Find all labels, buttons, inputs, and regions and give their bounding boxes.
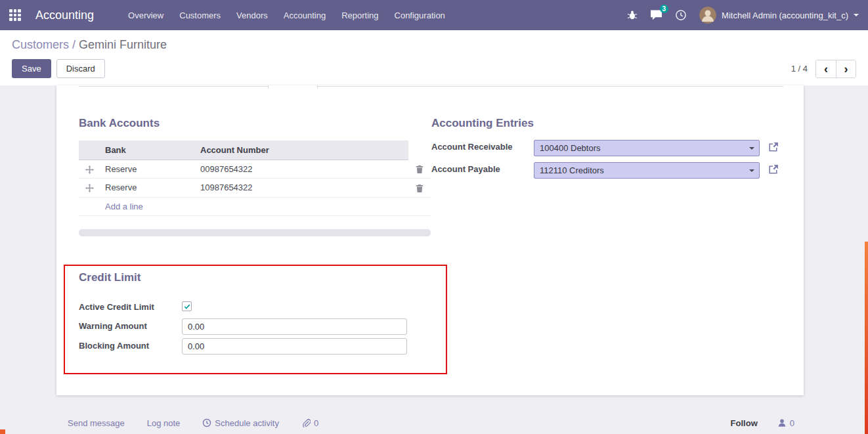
user-menu[interactable]: Mitchell Admin (accounting_kit_c) [699,7,859,24]
messages-icon[interactable]: 3 [650,9,662,21]
breadcrumb-customers-link[interactable]: Customers [12,38,69,51]
accounting-entries-title: Accounting Entries [431,117,534,130]
discard-button[interactable]: Discard [56,59,105,78]
drag-handle-icon[interactable] [85,165,94,174]
credit-limit-title: Credit Limit [79,271,141,284]
drag-handle-icon[interactable] [85,184,94,192]
breadcrumb-current: Gemini Furniture [79,38,167,51]
credit-limit-highlight-box: Credit Limit Active Credit Limit Warning… [64,265,447,374]
control-panel-actions: Save Discard 1 / 4 ‹ › [12,59,856,78]
active-credit-limit-label: Active Credit Limit [79,302,154,312]
user-avatar [699,7,716,24]
menu-item-accounting[interactable]: Accounting [276,6,334,25]
handle-column-header [79,141,100,160]
bank-accounts-title: Bank Accounts [79,117,160,130]
menu-item-configuration[interactable]: Configuration [387,6,453,25]
bank-accounts-table: Bank Account Number Reserve 00987654322 [79,141,431,216]
table-horizontal-scrollbar[interactable] [79,229,431,236]
breadcrumb-separator: / [69,38,79,51]
follow-button[interactable]: Follow [731,418,758,428]
delete-row-icon[interactable] [416,165,423,174]
table-row[interactable]: Reserve 10987654322 [79,179,431,198]
column-header-account-number: Account Number [195,141,408,160]
send-message-button[interactable]: Send message [68,418,125,428]
app-brand[interactable]: Accounting [35,9,94,22]
chevron-down-icon [749,147,754,150]
log-note-label: Log note [147,418,181,428]
table-row[interactable]: Reserve 00987654322 [79,160,431,179]
pager-text: 1 / 4 [791,64,808,74]
form-sheet: Bank Accounts Bank Account Number [56,85,804,395]
control-panel: Customers / Gemini Furniture Save Discar… [0,30,868,85]
page-scrollbar[interactable] [865,242,868,434]
account-payable-select[interactable]: 112110 Creditors [534,162,760,179]
active-credit-limit-checkbox[interactable] [182,301,192,311]
bank-cell[interactable]: Reserve [100,179,195,198]
top-navbar: Accounting Overview Customers Vendors Ac… [0,0,868,30]
chatter-right: Follow 0 [731,418,794,428]
person-icon [777,418,787,427]
account-receivable-external-link-icon[interactable] [768,142,779,154]
menu-item-customers[interactable]: Customers [171,6,228,25]
attachments-button[interactable]: 0 [301,418,318,428]
delete-row-icon[interactable] [416,184,423,193]
add-line-row: Add a line [79,197,431,215]
menu-item-reporting[interactable]: Reporting [334,6,386,25]
debug-bug-icon[interactable] [627,10,638,20]
account-receivable-select[interactable]: 100400 Debtors [534,140,760,156]
notebook-border-right [318,86,783,87]
menu-item-vendors[interactable]: Vendors [228,6,276,25]
followers-button[interactable]: 0 [777,418,794,428]
message-badge: 3 [660,5,669,13]
add-a-line-link[interactable]: Add a line [105,202,143,211]
account-receivable-value: 100400 Debtors [540,143,601,153]
send-message-label: Send message [68,418,125,428]
attachment-count: 0 [314,418,318,428]
schedule-activity-button[interactable]: Schedule activity [202,418,279,428]
notebook-border-left [79,86,268,87]
account-payable-label: Account Payable [431,164,500,174]
chevron-down-icon [854,14,859,16]
chevron-down-icon [749,169,754,172]
systray: 3 Mitchell Admin (accounting_kit_c) [627,7,859,24]
pager: 1 / 4 ‹ › [791,60,856,78]
pager-previous-button[interactable]: ‹ [816,60,836,77]
warning-amount-label: Warning Amount [79,321,147,331]
apps-menu-icon[interactable] [9,9,21,21]
account-receivable-label: Account Receivable [431,142,513,152]
notebook-tab-edge [268,85,269,89]
account-number-cell[interactable]: 00987654322 [195,160,408,179]
follower-count: 0 [790,418,794,428]
pager-next-button[interactable]: › [836,60,856,77]
blocking-amount-input[interactable] [182,338,407,355]
trash-column-header [408,141,431,160]
content-area: Bank Accounts Bank Account Number [0,85,868,434]
user-name: Mitchell Admin (accounting_kit_c) [722,11,848,20]
column-header-bank: Bank [100,141,195,160]
paperclip-icon [301,418,311,428]
account-payable-value: 112110 Creditors [540,165,604,175]
account-number-cell[interactable]: 10987654322 [195,179,408,198]
activities-clock-icon[interactable] [675,9,687,21]
main-menu: Overview Customers Vendors Accounting Re… [120,6,453,25]
clock-icon [202,418,211,427]
bank-cell[interactable]: Reserve [100,160,195,179]
log-note-button[interactable]: Log note [147,418,181,428]
blocking-amount-label: Blocking Amount [79,341,149,351]
chatter-bar: Send message Log note Schedule activity … [0,412,868,434]
table-header-row: Bank Account Number [79,141,431,160]
save-button[interactable]: Save [12,59,51,78]
schedule-activity-label: Schedule activity [215,418,279,428]
account-payable-external-link-icon[interactable] [768,164,779,176]
warning-amount-input[interactable] [182,318,407,335]
notebook-tab-edge [317,85,318,89]
menu-item-overview[interactable]: Overview [120,6,171,25]
breadcrumb: Customers / Gemini Furniture [12,38,856,52]
corner-marker [0,429,5,434]
